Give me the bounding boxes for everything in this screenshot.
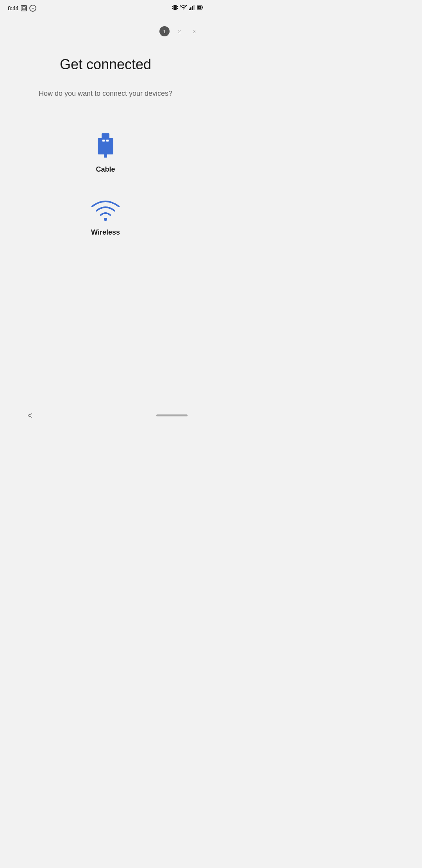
svg-rect-10 — [192, 6, 193, 10]
page-title: Get connected — [60, 56, 151, 73]
status-left: 8:44 — [8, 5, 36, 12]
svg-rect-6 — [172, 8, 173, 9]
svg-rect-20 — [106, 140, 109, 142]
connection-options: Cable Wireless — [12, 130, 199, 237]
signal-icon — [189, 5, 195, 11]
svg-rect-4 — [172, 6, 173, 7]
status-time: 8:44 — [8, 5, 18, 11]
back-button[interactable]: < — [23, 407, 36, 425]
svg-rect-7 — [177, 8, 178, 9]
wireless-option[interactable]: Wireless — [90, 197, 121, 237]
step-3-indicator: 3 — [189, 26, 199, 36]
status-icons-right — [172, 4, 203, 12]
wifi-status-icon — [180, 5, 187, 11]
cable-option[interactable]: Cable — [94, 130, 117, 174]
main-content: Get connected How do you want to connect… — [0, 36, 211, 237]
svg-point-22 — [104, 218, 107, 221]
do-not-disturb-icon — [29, 5, 36, 12]
svg-rect-21 — [104, 154, 107, 158]
svg-rect-8 — [189, 9, 190, 10]
battery-icon — [197, 5, 203, 11]
svg-rect-13 — [202, 7, 203, 9]
nav-bar: < — [0, 403, 211, 434]
svg-rect-11 — [193, 5, 195, 10]
svg-rect-9 — [190, 7, 191, 10]
svg-rect-3 — [173, 5, 177, 10]
step-1-indicator: 1 — [159, 26, 170, 36]
svg-rect-18 — [102, 133, 109, 139]
page-subtitle: How do you want to connect your devices? — [39, 88, 172, 99]
step-indicators: 1 2 3 — [0, 14, 211, 36]
wireless-label: Wireless — [91, 228, 120, 237]
step-2-indicator: 2 — [174, 26, 184, 36]
wifi-icon — [90, 197, 121, 223]
cable-icon — [94, 130, 117, 160]
svg-rect-5 — [177, 6, 178, 7]
vibrate-icon — [172, 4, 178, 12]
home-pill[interactable] — [156, 414, 188, 416]
notification-icon — [21, 5, 27, 11]
svg-rect-17 — [98, 138, 113, 154]
svg-rect-19 — [102, 140, 105, 142]
cable-label: Cable — [96, 165, 115, 174]
status-bar: 8:44 — [0, 0, 211, 14]
